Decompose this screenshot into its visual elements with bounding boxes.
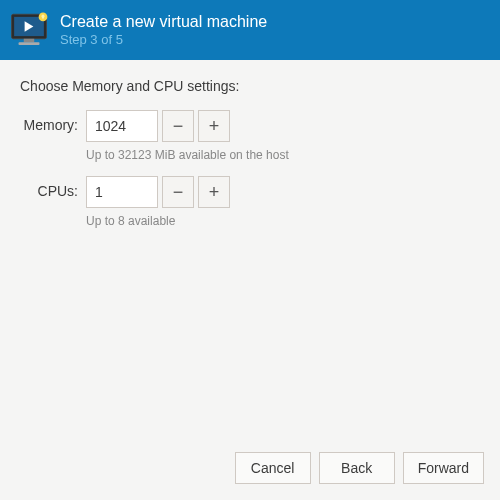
memory-spinner: − + [86,110,289,142]
memory-label: Memory: [20,110,86,133]
wizard-footer: Cancel Back Forward [0,438,500,500]
cancel-button[interactable]: Cancel [235,452,311,484]
minus-icon: − [173,182,184,203]
header-text: Create a new virtual machine Step 3 of 5 [60,12,267,48]
wizard-step: Step 3 of 5 [60,32,267,48]
wizard-title: Create a new virtual machine [60,12,267,32]
cpus-spinner: − + [86,176,230,208]
cpus-input[interactable] [86,176,158,208]
instruction-text: Choose Memory and CPU settings: [20,78,480,94]
memory-decrement-button[interactable]: − [162,110,194,142]
cpus-row: CPUs: − + Up to 8 available [20,176,480,228]
cpus-controls: − + Up to 8 available [86,176,230,228]
cpus-increment-button[interactable]: + [198,176,230,208]
wizard-header: Create a new virtual machine Step 3 of 5 [0,0,500,60]
memory-controls: − + Up to 32123 MiB available on the hos… [86,110,289,162]
memory-increment-button[interactable]: + [198,110,230,142]
cpus-hint: Up to 8 available [86,214,230,228]
svg-rect-4 [19,42,40,45]
cpus-decrement-button[interactable]: − [162,176,194,208]
svg-rect-3 [24,39,35,43]
forward-button[interactable]: Forward [403,452,484,484]
memory-row: Memory: − + Up to 32123 MiB available on… [20,110,480,162]
cpus-label: CPUs: [20,176,86,199]
plus-icon: + [209,182,220,203]
memory-input[interactable] [86,110,158,142]
content-area: Choose Memory and CPU settings: Memory: … [0,60,500,438]
vm-monitor-icon [8,9,50,51]
memory-hint: Up to 32123 MiB available on the host [86,148,289,162]
back-button[interactable]: Back [319,452,395,484]
minus-icon: − [173,116,184,137]
plus-icon: + [209,116,220,137]
